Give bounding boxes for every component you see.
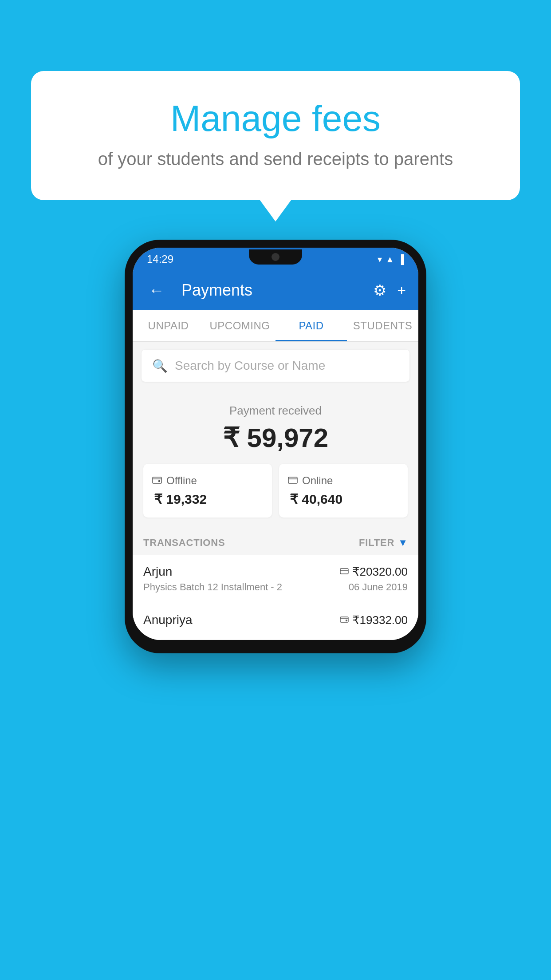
tab-paid[interactable]: PAID <box>276 310 347 341</box>
signal-icon: ▲ <box>386 254 394 265</box>
phone-screen: 14:29 ▾ ▲ ▐ ← Payments ⚙ + UNPAID <box>133 248 418 640</box>
status-icons: ▾ ▲ ▐ <box>378 254 404 265</box>
settings-icon[interactable]: ⚙ <box>373 281 386 299</box>
transaction-amount: ₹20320.00 <box>352 565 408 579</box>
bubble-title: Manage fees <box>67 98 484 139</box>
transaction-row-top: Anupriya ₹19332.00 <box>143 613 408 627</box>
status-time: 14:29 <box>147 253 173 265</box>
search-container: 🔍 Search by Course or Name <box>133 342 418 390</box>
transaction-row-bottom: Physics Batch 12 Installment - 2 06 June… <box>143 581 408 593</box>
battery-icon: ▐ <box>398 254 404 265</box>
svg-rect-2 <box>288 477 297 483</box>
tab-upcoming[interactable]: UPCOMING <box>204 310 276 341</box>
filter-label: FILTER <box>359 537 394 549</box>
page-title: Payments <box>177 281 364 300</box>
payment-total-amount: ₹ 59,972 <box>143 422 408 453</box>
transactions-label: TRANSACTIONS <box>143 537 225 549</box>
search-bar[interactable]: 🔍 Search by Course or Name <box>142 350 409 382</box>
tab-unpaid[interactable]: UNPAID <box>133 310 204 341</box>
svg-rect-0 <box>153 477 161 483</box>
online-payment-card: Online ₹ 40,640 <box>279 464 408 518</box>
transaction-desc: Physics Batch 12 Installment - 2 <box>143 581 282 593</box>
phone-camera <box>272 253 279 261</box>
payment-cards: Offline ₹ 19,332 <box>143 464 408 518</box>
tabs: UNPAID UPCOMING PAID STUDENTS <box>133 310 418 342</box>
back-button[interactable]: ← <box>145 277 168 303</box>
app-bar: ← Payments ⚙ + <box>133 271 418 310</box>
offline-payment-card: Offline ₹ 19,332 <box>143 464 272 518</box>
svg-rect-1 <box>158 480 160 482</box>
online-payment-icon <box>340 566 349 577</box>
speech-bubble-section: Manage fees of your students and send re… <box>31 71 520 200</box>
transaction-row[interactable]: Anupriya ₹19332.00 <box>133 603 418 640</box>
online-icon <box>288 475 298 486</box>
transaction-row-top: Arjun ₹20320.00 <box>143 565 408 579</box>
svg-rect-4 <box>340 617 348 622</box>
transaction-name: Anupriya <box>143 613 193 627</box>
offline-type-label: Offline <box>166 474 197 487</box>
payment-received-label: Payment received <box>143 404 408 418</box>
add-icon[interactable]: + <box>397 282 406 299</box>
phone-notch <box>249 249 302 265</box>
phone-mockup: 14:29 ▾ ▲ ▐ ← Payments ⚙ + UNPAID <box>125 240 426 653</box>
transaction-amount-wrap: ₹20320.00 <box>340 565 408 579</box>
phone-body: 14:29 ▾ ▲ ▐ ← Payments ⚙ + UNPAID <box>125 240 426 653</box>
wifi-icon: ▾ <box>378 254 382 265</box>
filter-icon: ▼ <box>398 537 408 549</box>
app-bar-actions: ⚙ + <box>373 281 406 299</box>
transaction-name: Arjun <box>143 565 172 579</box>
tab-students[interactable]: STUDENTS <box>347 310 418 341</box>
offline-amount: ₹ 19,332 <box>152 491 263 507</box>
transactions-header: TRANSACTIONS FILTER ▼ <box>133 528 418 555</box>
offline-card-header: Offline <box>152 474 263 487</box>
offline-icon <box>152 475 162 486</box>
speech-bubble: Manage fees of your students and send re… <box>31 71 520 200</box>
transaction-row[interactable]: Arjun ₹20320.00 Physics Batch 12 Install… <box>133 555 418 603</box>
offline-payment-icon <box>340 614 349 626</box>
payment-summary: Payment received ₹ 59,972 <box>133 390 418 528</box>
transaction-amount: ₹19332.00 <box>352 613 408 627</box>
transaction-date: 06 June 2019 <box>349 581 408 593</box>
online-amount: ₹ 40,640 <box>288 491 399 507</box>
online-card-header: Online <box>288 474 399 487</box>
transaction-amount-wrap: ₹19332.00 <box>340 613 408 627</box>
svg-rect-3 <box>340 569 348 574</box>
svg-rect-5 <box>346 620 347 621</box>
filter-button[interactable]: FILTER ▼ <box>359 537 408 549</box>
search-icon: 🔍 <box>152 359 168 373</box>
search-placeholder: Search by Course or Name <box>175 359 325 373</box>
bubble-subtitle: of your students and send receipts to pa… <box>67 149 484 169</box>
online-type-label: Online <box>302 474 333 487</box>
